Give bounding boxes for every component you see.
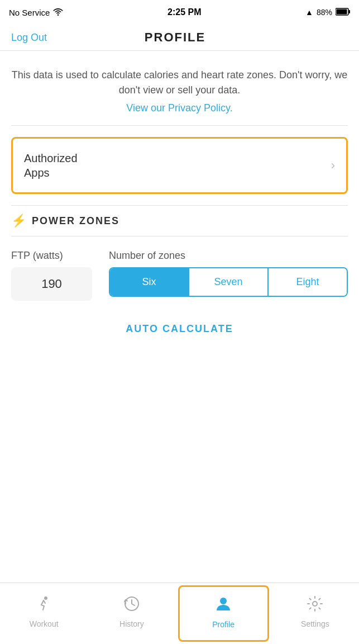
tab-history[interactable]: History xyxy=(88,583,175,644)
zone-seven-button[interactable]: Seven xyxy=(189,268,269,296)
zones-label: Number of zones xyxy=(109,250,348,262)
profile-icon xyxy=(214,595,232,617)
svg-rect-2 xyxy=(349,10,351,13)
tab-profile[interactable]: Profile xyxy=(178,585,269,642)
divider-1 xyxy=(11,125,348,126)
ftp-label: FTP (watts) xyxy=(11,250,92,262)
svg-rect-3 xyxy=(337,9,347,14)
chevron-right-icon: › xyxy=(331,158,335,173)
workout-icon xyxy=(36,595,52,616)
ftp-value[interactable]: 190 xyxy=(11,267,92,301)
page-title: PROFILE xyxy=(145,30,205,45)
privacy-link: View our Privacy Policy. xyxy=(11,102,348,114)
settings-tab-label: Settings xyxy=(301,619,329,628)
privacy-text: This data is used to calculate calories … xyxy=(11,68,348,98)
status-time: 2:25 PM xyxy=(167,7,201,17)
zone-six-button[interactable]: Six xyxy=(110,268,189,296)
privacy-policy-link[interactable]: View our Privacy Policy. xyxy=(126,102,232,113)
logout-button[interactable]: Log Out xyxy=(11,32,47,44)
location-icon: ▲ xyxy=(305,8,313,17)
zones-row: FTP (watts) 190 Number of zones Six Seve… xyxy=(11,250,348,301)
svg-point-4 xyxy=(44,596,47,600)
tab-bar: Workout History Profile xyxy=(0,583,359,644)
carrier-text: No Service xyxy=(9,8,50,17)
profile-tab-label: Profile xyxy=(212,620,234,629)
zones-group: Number of zones Six Seven Eight xyxy=(109,250,348,297)
svg-point-7 xyxy=(313,602,317,606)
status-right: ▲ 88% xyxy=(305,8,350,17)
svg-point-0 xyxy=(58,14,59,16)
svg-point-6 xyxy=(220,598,227,604)
ftp-group: FTP (watts) 190 xyxy=(11,250,92,301)
power-zones-header: ⚡ POWER ZONES xyxy=(11,205,348,236)
workout-tab-label: Workout xyxy=(30,619,59,628)
history-icon xyxy=(123,595,140,616)
bolt-icon: ⚡ xyxy=(11,214,26,228)
auto-calculate-button[interactable]: AUTO CALCULATE xyxy=(11,318,348,340)
wifi-icon xyxy=(53,8,63,17)
status-bar: No Service 2:25 PM ▲ 88% xyxy=(0,0,359,25)
tab-workout[interactable]: Workout xyxy=(0,583,88,644)
history-tab-label: History xyxy=(119,619,144,628)
status-left: No Service xyxy=(9,8,63,17)
power-zones-title: POWER ZONES xyxy=(32,215,119,227)
tab-settings[interactable]: Settings xyxy=(271,583,359,644)
settings-icon xyxy=(307,595,323,616)
zone-eight-button[interactable]: Eight xyxy=(269,268,347,296)
nav-bar: Log Out PROFILE xyxy=(0,25,359,51)
authorized-apps-label: AuthorizedApps xyxy=(24,151,78,180)
battery-icon xyxy=(336,8,350,17)
battery-percent: 88% xyxy=(317,8,332,17)
authorized-apps-card[interactable]: AuthorizedApps › xyxy=(11,137,348,194)
main-content: This data is used to calculate calories … xyxy=(0,51,359,352)
zones-button-group: Six Seven Eight xyxy=(109,267,348,297)
